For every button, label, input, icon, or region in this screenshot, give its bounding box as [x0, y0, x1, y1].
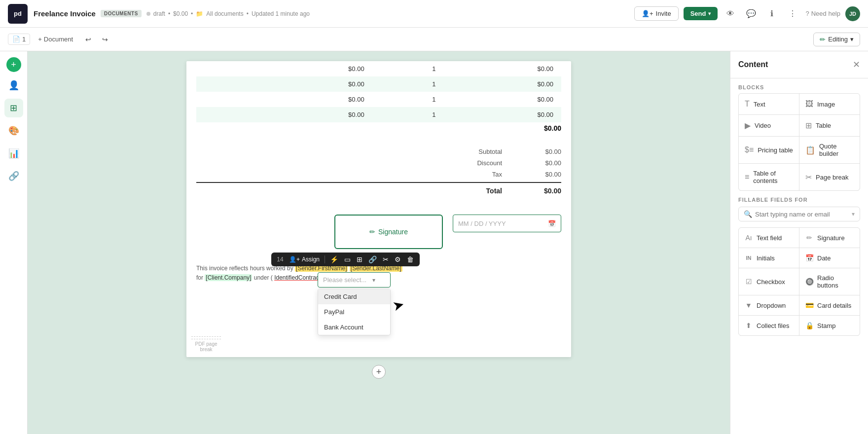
undo-button[interactable]: ↩ — [81, 32, 96, 47]
redo-button[interactable]: ↪ — [98, 32, 112, 47]
fillable-card-details[interactable]: 💳 Card details — [799, 295, 860, 315]
table-row: $0.00 1 $0.00 — [196, 107, 561, 122]
row-qty: 1 — [372, 61, 444, 76]
more-button[interactable]: ⋮ — [785, 6, 800, 22]
editing-mode-button[interactable]: ✏ Editing ▾ — [813, 33, 860, 46]
tax-row: Tax $0.00 — [196, 169, 561, 180]
add-row-area: + — [372, 365, 386, 379]
pdf-break-text: PDF page break — [195, 341, 217, 352]
grid-button[interactable]: ⊞ — [355, 254, 364, 264]
help-icon: ? — [805, 10, 809, 17]
main-area: + 👤 ⊞ 🎨 📊 🔗 $0.00 1 $0.00 — [0, 51, 868, 434]
totals-section: Subtotal $0.00 Discount $0.00 Tax $0.00 … — [186, 138, 571, 205]
scissors-button[interactable]: ✂ — [381, 254, 391, 264]
assign-button[interactable]: 👤+ Assign — [287, 255, 322, 264]
fillable-dropdown[interactable]: ▼ Dropdown — [739, 295, 799, 315]
fillable-stamp[interactable]: 🔒 Stamp — [799, 316, 860, 335]
dropdown-field-icon: ▼ — [744, 301, 754, 309]
info-button[interactable]: ℹ — [764, 6, 780, 22]
fillable-radio[interactable]: 🔘 Radio buttons — [799, 268, 860, 295]
fillable-checkbox[interactable]: ☑ Checkbox — [739, 268, 799, 295]
undo-redo-group: ↩ ↪ — [81, 32, 112, 47]
row-price: $0.00 — [254, 92, 372, 107]
tax-value: $0.00 — [522, 171, 561, 178]
doc-count: 📄 1 — [8, 34, 30, 45]
avatar: JD — [845, 6, 860, 21]
panel-header: Content ✕ — [730, 51, 868, 78]
editing-chevron-icon: ▾ — [850, 36, 854, 43]
block-image[interactable]: 🖼 Image — [799, 94, 860, 114]
sidebar-people-icon[interactable]: 👤 — [4, 76, 23, 95]
signature-box[interactable]: ✏ Signature — [334, 215, 443, 249]
fillable-search-input[interactable] — [755, 211, 849, 218]
block-table[interactable]: ⊞ Table — [799, 115, 860, 136]
fillable-date[interactable]: 📅 Date — [799, 248, 860, 268]
row-number: 14 — [275, 256, 285, 263]
collect-files-label: Collect files — [757, 322, 789, 329]
doc-icon: 📄 — [12, 36, 20, 43]
settings-button[interactable]: ⚙ — [393, 254, 403, 264]
preview-button[interactable]: 👁 — [723, 6, 738, 22]
checkbox-icon: ☑ — [744, 278, 754, 286]
toolbar: 📄 1 + Document ↩ ↪ ✏ Editing ▾ — [0, 28, 868, 51]
sidebar-blocks-icon[interactable]: ⊞ — [4, 99, 23, 117]
rect-button[interactable]: ▭ — [342, 254, 353, 264]
add-content-button[interactable]: + — [6, 57, 21, 72]
fillable-text-field[interactable]: Aı Text field — [739, 228, 799, 248]
sidebar-table-icon[interactable]: 📊 — [4, 144, 23, 163]
page-break-icon: ✂ — [805, 173, 812, 182]
document: $0.00 1 $0.00 $0.00 1 $0.00 $0.00 1 — [186, 61, 571, 357]
need-help-link[interactable]: ? Need help — [805, 10, 840, 17]
add-document-button[interactable]: + Document — [34, 34, 77, 44]
block-pricing-table[interactable]: $≡ Pricing table — [739, 137, 799, 163]
comment-button[interactable]: 💬 — [743, 6, 759, 22]
send-button[interactable]: Send ▾ — [684, 7, 718, 20]
date-field-icon: 📅 — [804, 254, 814, 262]
send-chevron-icon: ▾ — [708, 11, 711, 16]
delete-button[interactable]: 🗑 — [405, 254, 416, 264]
sidebar-link-icon[interactable]: 🔗 — [4, 167, 23, 185]
radio-label: Radio buttons — [817, 274, 855, 289]
meta-price: $0.00 — [173, 10, 188, 17]
date-box[interactable]: MM / DD / YYYY 📅 — [453, 215, 561, 232]
close-panel-button[interactable]: ✕ — [853, 59, 860, 70]
doc-title: Freelance Invoice — [34, 9, 96, 18]
need-help-label: Need help — [811, 10, 840, 17]
dropdown-item-paypal[interactable]: PayPal — [318, 304, 390, 320]
send-label: Send — [690, 10, 706, 17]
right-panel: Content ✕ BLOCKS T Text 🖼 Image ▶ Video … — [730, 51, 868, 434]
stamp-label: Stamp — [817, 322, 836, 329]
discount-label: Discount — [463, 159, 502, 167]
video-block-icon: ▶ — [745, 121, 751, 130]
doc-badge: DOCUMENTS — [101, 10, 142, 17]
link-button[interactable]: 🔗 — [366, 254, 379, 264]
sidebar-palette-icon[interactable]: 🎨 — [4, 121, 23, 140]
block-quote-builder[interactable]: 📋 Quote builder — [799, 137, 860, 163]
calendar-icon: 📅 — [548, 220, 556, 227]
sig-date-area: ✏ Signature MM / DD / YYYY 📅 — [186, 205, 571, 259]
add-row-button[interactable]: + — [372, 365, 386, 379]
select-box[interactable]: Please select... ▾ — [318, 272, 391, 288]
collect-files-icon: ⬆ — [744, 322, 754, 329]
table-row: $0.00 1 $0.00 — [196, 76, 561, 92]
toc-icon: ≡ — [745, 173, 749, 181]
block-page-break[interactable]: ✂ Page break — [799, 164, 860, 190]
lightning-button[interactable]: ⚡ — [328, 254, 340, 264]
signature-field-icon: ✏ — [804, 234, 814, 242]
pdf-page-break: PDF page break — [191, 336, 221, 352]
row-qty: 1 — [372, 76, 444, 92]
block-video-label: Video — [755, 122, 771, 129]
dropdown-item-bank-account[interactable]: Bank Account — [318, 320, 390, 335]
dropdown-item-credit-card[interactable]: Credit Card — [318, 289, 390, 304]
invite-button[interactable]: 👤+ Invite — [634, 6, 679, 21]
fillable-initials[interactable]: IN Initials — [739, 248, 799, 268]
client-company: [Client.Company] — [205, 274, 252, 281]
fillable-signature[interactable]: ✏ Signature — [799, 228, 860, 248]
block-toc[interactable]: ≡ Table of contents — [739, 164, 799, 190]
meta-status: draft — [153, 10, 165, 17]
block-text[interactable]: T Text — [739, 94, 799, 114]
fillable-collect-files[interactable]: ⬆ Collect files — [739, 316, 799, 335]
add-document-label: Document — [44, 36, 73, 43]
dropdown-container[interactable]: Please select... ▾ Credit Card PayPal Ba… — [318, 272, 391, 335]
block-video[interactable]: ▶ Video — [739, 115, 799, 136]
